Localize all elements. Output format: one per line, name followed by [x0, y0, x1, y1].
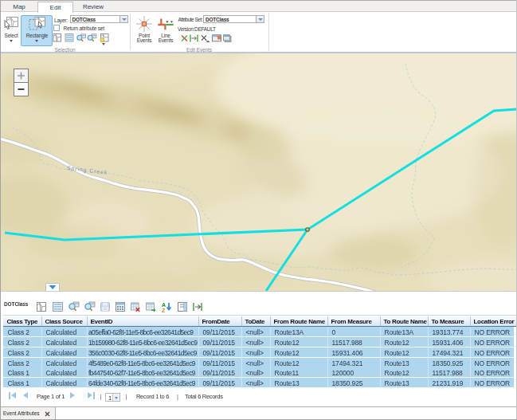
svg-text:Z: Z [162, 308, 166, 313]
svg-text:A: A [162, 302, 166, 308]
